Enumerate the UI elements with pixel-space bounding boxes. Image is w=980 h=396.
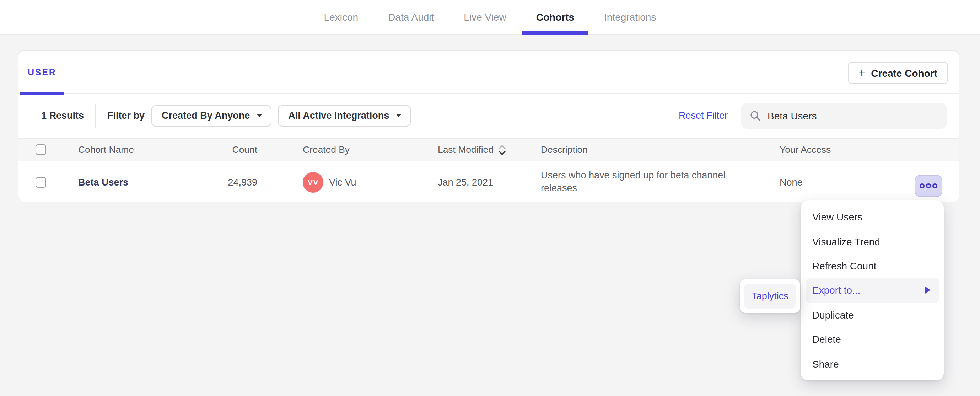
last-modified-date: Jan 25, 2021 (438, 177, 493, 187)
sort-icon[interactable] (498, 145, 506, 155)
column-header-cohort-name: Cohort Name (78, 139, 134, 161)
your-access-value: None (780, 177, 803, 187)
tab-user-label: USER (28, 67, 57, 78)
avatar: VV (303, 172, 323, 192)
menu-item-share[interactable]: Share (801, 351, 944, 376)
nav-tab-label: Integrations (604, 11, 656, 23)
created-by-dropdown-value: Created By Anyone (162, 110, 250, 121)
column-header-count: Count (186, 139, 257, 161)
create-cohort-button[interactable]: + Create Cohort (848, 62, 948, 84)
active-tab-underline (522, 31, 589, 35)
cohort-type-tabs: USER + Create Cohort (19, 51, 959, 94)
select-all-checkbox[interactable] (35, 144, 46, 155)
column-header-last-modified[interactable]: Last Modified (438, 139, 506, 161)
dot-icon (920, 184, 924, 188)
nav-tab-cohorts[interactable]: Cohorts (536, 0, 574, 35)
table-header: Cohort Name Count Created By Last Modifi… (19, 138, 959, 161)
create-cohort-label: Create Cohort (871, 67, 937, 78)
integrations-dropdown-value: All Active Integrations (288, 110, 389, 121)
search-input[interactable] (767, 110, 939, 121)
dot-icon (933, 184, 937, 188)
nav-tab-label: Data Audit (388, 11, 434, 23)
menu-item-refresh-count[interactable]: Refresh Count (801, 254, 944, 278)
search-box[interactable] (741, 103, 947, 128)
filter-by-label: Filter by (107, 110, 145, 121)
row-context-menu: View Users Visualize Trend Refresh Count… (801, 201, 944, 380)
nav-tab-label: Cohorts (536, 11, 574, 23)
chevron-down-icon (256, 114, 262, 117)
cohort-name-link[interactable]: Beta Users (78, 177, 128, 187)
search-icon (750, 110, 761, 121)
plus-icon: + (858, 67, 865, 78)
menu-item-visualize-trend[interactable]: Visualize Trend (801, 229, 944, 254)
chevron-down-icon (396, 114, 401, 117)
submenu-item-taplytics[interactable]: Taplytics (744, 284, 796, 308)
nav-tab-lexicon[interactable]: Lexicon (324, 0, 358, 35)
results-count: 1 Results (41, 110, 84, 121)
cohort-description: Users who have signed up for beta channe… (541, 169, 738, 195)
cohort-count: 24,939 (228, 177, 257, 187)
export-submenu: Taplytics (740, 279, 800, 313)
created-by-name: Vic Vu (329, 177, 356, 187)
nav-tab-live-view[interactable]: Live View (464, 0, 506, 35)
screen: Lexicon Data Audit Live View Cohorts Int… (0, 0, 980, 396)
nav-tab-label: Live View (464, 11, 506, 23)
tab-user[interactable]: USER (20, 51, 64, 94)
submenu-arrow-icon (925, 287, 930, 294)
menu-item-delete[interactable]: Delete (801, 327, 944, 351)
nav-tab-label: Lexicon (324, 11, 358, 23)
row-checkbox[interactable] (35, 177, 46, 187)
integrations-dropdown[interactable]: All Active Integrations (277, 105, 410, 126)
menu-item-view-users[interactable]: View Users (801, 205, 944, 229)
top-navigation: Lexicon Data Audit Live View Cohorts Int… (0, 0, 980, 35)
menu-item-export-to[interactable]: Export to... (806, 278, 939, 302)
nav-tab-integrations[interactable]: Integrations (604, 0, 656, 35)
row-actions-button[interactable] (915, 175, 942, 197)
nav-tab-data-audit[interactable]: Data Audit (388, 0, 434, 35)
column-header-your-access: Your Access (780, 139, 831, 161)
divider (95, 104, 96, 128)
reset-filter-link[interactable]: Reset Filter (679, 110, 728, 121)
table-row[interactable]: Beta Users 24,939 VV Vic Vu Jan 25, 2021… (19, 162, 959, 202)
column-header-description: Description (541, 139, 738, 161)
cohorts-panel: USER + Create Cohort 1 Results Filter by… (18, 51, 959, 201)
created-by-dropdown[interactable]: Created By Anyone (151, 105, 271, 126)
column-header-created-by: Created By (303, 139, 350, 161)
filter-bar: 1 Results Filter by Created By Anyone Al… (19, 94, 959, 137)
dot-icon (926, 184, 931, 188)
menu-item-duplicate[interactable]: Duplicate (801, 302, 944, 327)
